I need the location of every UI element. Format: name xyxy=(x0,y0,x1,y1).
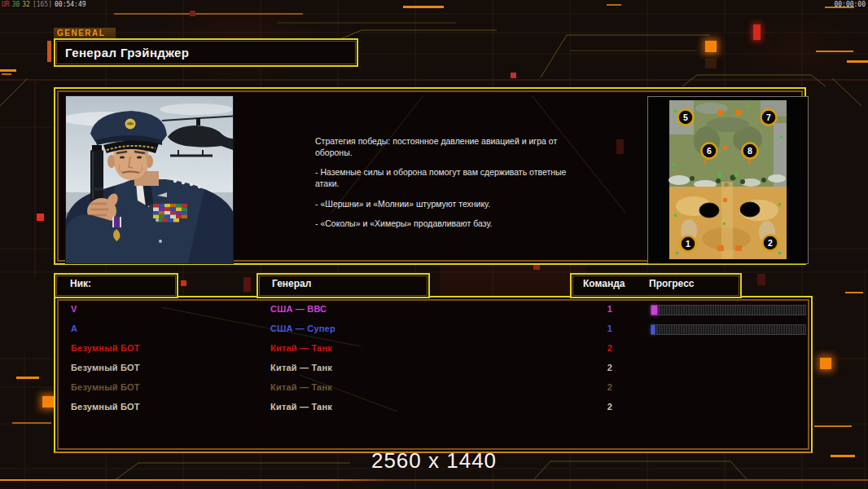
decor-square xyxy=(243,277,251,292)
column-header-nick: Ник: xyxy=(54,273,178,298)
decor-square xyxy=(753,24,761,40)
decor-dash xyxy=(816,51,853,52)
progress-fill xyxy=(651,306,657,315)
decor-dash xyxy=(845,292,863,293)
player-team: 2 xyxy=(598,377,621,397)
briefing-paragraph: - Наземные силы и оборона помогут вам сд… xyxy=(315,167,584,189)
decor-square xyxy=(181,280,186,286)
column-header-team-progress: Команда Прогресс xyxy=(570,273,742,298)
decor-dash xyxy=(607,4,621,6)
player-team: 1 xyxy=(598,319,621,338)
map-preview-image: 5 7 6 8 1 2 xyxy=(648,97,808,263)
tab-general: GENERAL xyxy=(54,28,116,39)
decor-dash xyxy=(2,73,11,75)
player-row: Безумный БОТ Китай — Танк 2 xyxy=(55,397,811,416)
player-row: Безумный БОТ Китай — Танк 2 xyxy=(55,338,811,358)
general-portrait xyxy=(65,95,234,264)
briefing-panel: Стратегия победы: постоянное давление ав… xyxy=(54,87,806,265)
general-name: Генерал Грэйнджер xyxy=(65,40,189,65)
debug-v2: 32 xyxy=(22,1,30,8)
game-clock: 00:00:00 xyxy=(834,1,866,8)
general-name-box: Генерал Грэйнджер xyxy=(54,38,358,67)
player-nick: Безумный БОТ xyxy=(71,377,140,397)
decor-square xyxy=(820,358,831,369)
decor-square xyxy=(511,73,516,78)
player-nick: Безумный БОТ xyxy=(71,338,140,358)
nick-header-label: Ник: xyxy=(70,275,91,293)
player-team: 1 xyxy=(598,299,621,319)
player-general: Китай — Танк xyxy=(270,397,332,416)
general-portrait-image xyxy=(66,96,233,263)
decor-square xyxy=(42,396,54,408)
debug-time: 00:54:49 xyxy=(55,1,86,8)
column-header-general: Генерал xyxy=(256,273,430,298)
player-nick: Безумный БОТ xyxy=(71,397,140,416)
debug-stats: UR3032[165]00:54:49 xyxy=(2,1,89,8)
debug-v1: 30 xyxy=(12,1,20,8)
start-position-label: 8 xyxy=(747,146,752,156)
player-general: Китай — Танк xyxy=(270,338,332,358)
player-row: A США — Супер 1 xyxy=(55,319,811,338)
player-row: Безумный БОТ Китай — Танк 2 xyxy=(55,358,811,377)
player-general: США — Супер xyxy=(270,319,335,338)
player-row: Безумный БОТ Китай — Танк 2 xyxy=(55,377,811,397)
decor-square xyxy=(705,59,717,68)
briefing-paragraph: - «Шершни» и «Молнии» штурмуют технику. xyxy=(315,199,584,210)
ambient-patch xyxy=(733,12,863,90)
decor-dash xyxy=(114,13,303,15)
progress-header-label: Прогресс xyxy=(649,275,694,293)
decor-square xyxy=(757,274,765,285)
player-roster-panel: V США — ВВС 1 A США — Супер 1 Безумный Б… xyxy=(54,296,813,453)
debug-ur: UR xyxy=(2,1,10,8)
player-general: Китай — Танк xyxy=(270,377,332,397)
player-general: США — ВВС xyxy=(270,299,327,319)
decor-dash xyxy=(403,6,444,8)
decor-dash xyxy=(12,422,51,424)
debug-v3: [165] xyxy=(33,1,52,8)
player-general: Китай — Танк xyxy=(270,358,332,377)
title-accent-bar xyxy=(47,41,51,62)
progress-bar xyxy=(651,324,806,335)
start-position-label: 7 xyxy=(766,112,771,122)
decor-square xyxy=(37,214,44,221)
resolution-label: 2560 x 1440 xyxy=(0,448,868,474)
start-position-label: 6 xyxy=(707,146,712,156)
start-position-label: 2 xyxy=(768,238,773,248)
strategy-briefing: Стратегия победы: постоянное давление ав… xyxy=(315,136,584,239)
team-header-label: Команда xyxy=(583,275,625,293)
bottom-accent-line xyxy=(0,479,868,481)
player-nick: V xyxy=(71,299,77,319)
player-team: 2 xyxy=(598,358,621,377)
briefing-paragraph: Стратегия победы: постоянное давление ав… xyxy=(315,136,584,158)
start-position-label: 5 xyxy=(683,112,688,122)
decor-dash xyxy=(0,69,16,72)
decor-dash xyxy=(814,425,852,427)
loading-screen: UR3032[165]00:54:49 00:00:00 GENERAL Ген… xyxy=(0,0,868,489)
decor-dash xyxy=(847,60,868,63)
player-team: 2 xyxy=(598,397,621,416)
decor-dash xyxy=(16,377,39,379)
player-team: 2 xyxy=(598,338,621,358)
start-position-label: 1 xyxy=(686,239,690,249)
map-preview: 5 7 6 8 1 2 xyxy=(647,96,809,264)
decor-square xyxy=(705,41,717,52)
general-header-label: Генерал xyxy=(272,275,311,293)
player-row: V США — ВВС 1 xyxy=(55,299,811,319)
player-nick: Безумный БОТ xyxy=(71,358,140,377)
progress-fill xyxy=(651,325,655,334)
player-list: V США — ВВС 1 A США — Супер 1 Безумный Б… xyxy=(55,299,811,416)
decor-square xyxy=(190,11,195,16)
player-nick: A xyxy=(71,319,77,338)
ambient-patch xyxy=(440,265,586,297)
briefing-paragraph: - «Соколы» и «Химеры» продавливают базу. xyxy=(315,218,584,230)
progress-bar xyxy=(651,305,806,315)
